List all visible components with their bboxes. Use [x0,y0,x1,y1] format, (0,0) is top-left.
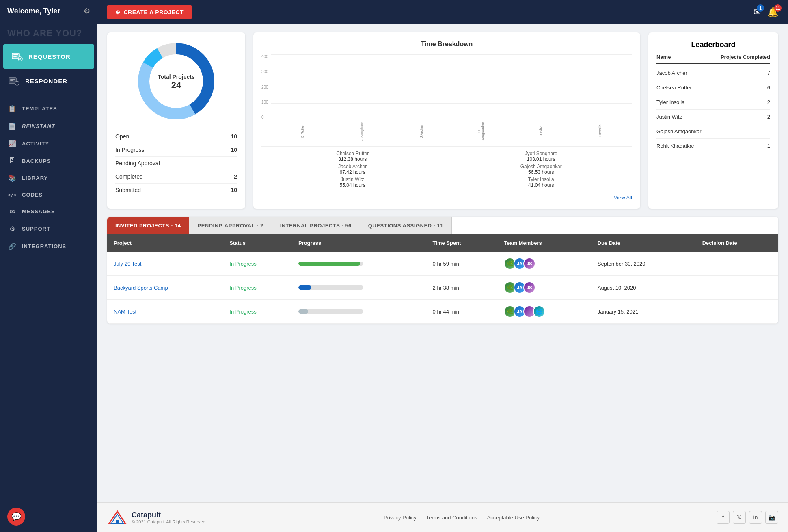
sidebar-item-codes[interactable]: </> CODES [0,187,97,203]
mail-notification-icon[interactable]: ✉ 1 [753,7,761,17]
footer-links: Privacy PolicyTerms and ConditionsAccept… [384,515,540,521]
stat-label-submitted: Submitted [115,187,141,193]
lb-count-3: 2 [767,114,770,120]
x-label-jsonghare: J Songhare [334,121,390,141]
cell-status-2: In Progress [223,300,292,324]
svg-rect-2 [13,56,17,57]
cell-decision-2 [696,300,778,324]
y-100: 100 [261,100,268,104]
support-label: SUPPORT [22,226,50,232]
status-text-1: In Progress [229,285,256,291]
sidebar-item-activity[interactable]: 📈 ACTIVITY [0,135,97,152]
instagram-icon[interactable]: 📷 [765,511,778,524]
rfinstant-label: RFInstant [22,123,55,129]
svg-rect-5 [10,79,15,80]
sidebar-item-templates[interactable]: 📋 TEMPLATES [0,100,97,117]
table-row-2: NAM Test In Progress 0 hr 44 min 🌿 JA 🌐 … [107,300,778,324]
linkedin-icon[interactable]: in [749,511,762,524]
sidebar-item-backups[interactable]: 🗄 BACKUPS [0,152,97,169]
x-label-gamgaonkar: G Amgaonkar [453,121,509,141]
time-breakdown-card: Time Breakdown 400 300 200 100 0 [253,32,640,209]
bell-notification-icon[interactable]: 🔔 11 [767,7,778,17]
footer-link-0[interactable]: Privacy Policy [384,515,417,521]
lb-count-4: 1 [767,128,770,134]
footer-link-1[interactable]: Terms and Conditions [426,515,477,521]
gear-icon[interactable]: ⚙ [84,6,90,15]
progress-bar-fill-2 [298,309,308,314]
sidebar-item-messages[interactable]: ✉ MESSAGES [0,203,97,220]
sidebar-welcome: Welcome, Tyler [7,7,60,15]
stat-row-submitted: Submitted 10 [115,184,237,197]
twitter-icon[interactable]: 𝕏 [733,511,746,524]
role-section: REQUESTOR RESPONDER [0,44,97,96]
footer-link-2[interactable]: Acceptable Use Policy [487,515,540,521]
cell-team-1: 🌿 JA JS [497,276,591,300]
sidebar-header: Welcome, Tyler ⚙ [0,0,97,22]
svg-point-14 [116,520,119,523]
col-team: Team Members [497,234,591,252]
avatar-stack-0: 🌿 JA JS [504,257,585,270]
cell-project-0: July 29 Test [107,252,223,276]
bell-badge: 11 [774,4,782,12]
leaderboard-row-3: Justin Witz2 [656,110,770,124]
legend-item-2: Jacob Archer67.42 hours [261,164,444,175]
avatar-stack-1: 🌿 JA JS [504,281,585,294]
avatar-stack-2: 🌿 JA 🌐 [504,305,585,318]
sidebar-item-support[interactable]: ⚙ SUPPORT [0,220,97,238]
col-decision: Decision Date [696,234,778,252]
footer-socials: f𝕏in📷 [717,511,778,524]
table-body: July 29 Test In Progress 0 hr 59 min 🌿 J… [107,252,778,324]
stat-value-open: 10 [231,133,237,140]
rfinstant-icon: 📄 [7,122,17,130]
sidebar: Welcome, Tyler ⚙ WHO ARE YOU? REQUESTOR [0,0,97,532]
tab-internal[interactable]: INTERNAL PROJECTS - 56 [272,217,360,234]
x-label-crutter: C Rutter [275,121,330,141]
chart-legend: Chelsea Rutter312.38 hoursJyoti Songhare… [261,146,632,188]
templates-label: TEMPLATES [22,106,57,112]
table-row-0: July 29 Test In Progress 0 hr 59 min 🌿 J… [107,252,778,276]
activity-label: ACTIVITY [22,141,49,147]
x-label-jarcher: J Archer [394,121,449,141]
cell-progress-2 [292,300,426,324]
svg-rect-6 [10,80,13,81]
facebook-icon[interactable]: f [717,511,730,524]
create-project-button[interactable]: ⊕ CREATE A PROJECT [107,5,192,19]
cell-decision-1 [696,276,778,300]
table-header: Project Status Progress Time Spent Team … [107,234,778,252]
project-link-2[interactable]: NAM Test [114,309,136,315]
project-link-1[interactable]: Backyard Sports Camp [114,285,168,291]
legend-item-0: Chelsea Rutter312.38 hours [261,151,444,162]
legend-item-4: Justin Witz55.04 hours [261,177,444,188]
page-content: Total Projects 24 Open 10 In Progress 10 [97,24,788,502]
chat-button[interactable]: 💬 [7,508,25,526]
sidebar-item-library[interactable]: 📚 LIBRARY [0,169,97,187]
sidebar-item-rfinstant[interactable]: 📄 RFInstant [0,117,97,135]
tab-invited[interactable]: INVITED PROJECTS - 14 [107,217,189,234]
leaderboard-title: Leaderboard [656,41,770,49]
stat-label-open: Open [115,133,129,140]
view-all-link[interactable]: View All [614,195,632,201]
project-link-0[interactable]: July 29 Test [114,261,141,267]
codes-label: CODES [22,192,43,198]
sidebar-item-integrations[interactable]: 🔗 INTEGRATIONS [0,238,97,255]
avatar-person2-1: JS [523,281,535,294]
role-requestor[interactable]: REQUESTOR [3,44,94,69]
dashboard-cards: Total Projects 24 Open 10 In Progress 10 [107,32,778,209]
stat-label-pendingapproval: Pending Approval [115,160,160,167]
messages-icon: ✉ [7,208,17,215]
topbar-icons: ✉ 1 🔔 11 [753,7,778,17]
cell-status-1: In Progress [223,276,292,300]
status-text-0: In Progress [229,261,256,267]
role-responder[interactable]: RESPONDER [0,69,97,93]
backups-label: BACKUPS [22,158,51,164]
tab-pending[interactable]: PENDING APPROVAL - 2 [189,217,272,234]
y-400: 400 [261,54,268,59]
progress-bar-fill-1 [298,285,311,290]
progress-bar-wrap-0 [298,262,363,266]
leaderboard-row-0: Jacob Archer7 [656,66,770,80]
footer-brand: Catapult © 2021 Catapult. All Rights Res… [107,509,207,526]
stat-label-inprogress: In Progress [115,147,145,153]
status-text-2: In Progress [229,309,256,315]
tab-questions[interactable]: QUESTIONS ASSIGNED - 11 [360,217,452,234]
project-table: Project Status Progress Time Spent Team … [107,234,778,324]
